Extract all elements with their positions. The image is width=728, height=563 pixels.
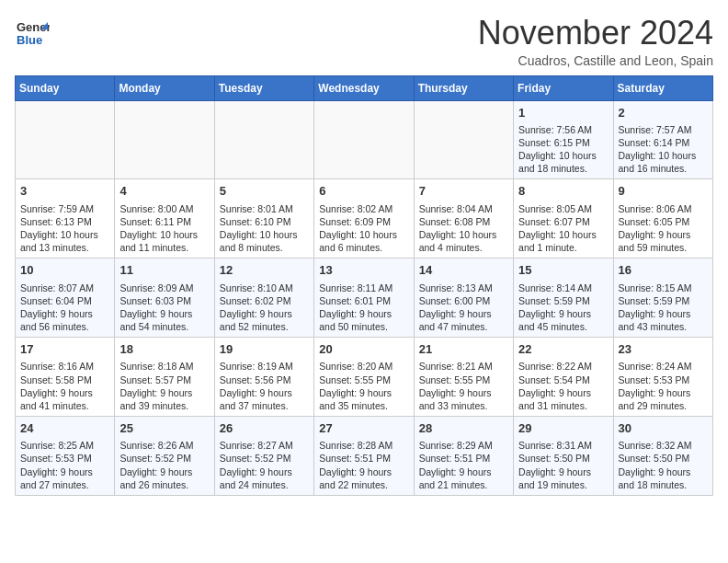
day-number: 27 <box>319 420 408 437</box>
page-header: General Blue November 2024 Cuadros, Cast… <box>15 15 713 68</box>
day-info: Sunrise: 8:27 AM <box>220 439 309 452</box>
day-info: Daylight: 9 hours and 56 minutes. <box>20 307 109 333</box>
day-info: Daylight: 9 hours and 31 minutes. <box>518 386 608 412</box>
day-cell: 20Sunrise: 8:20 AMSunset: 5:55 PMDayligh… <box>314 338 414 417</box>
day-header-tuesday: Tuesday <box>214 75 313 100</box>
day-info: Sunset: 6:05 PM <box>619 215 708 228</box>
day-header-wednesday: Wednesday <box>314 75 414 100</box>
day-header-saturday: Saturday <box>613 75 712 100</box>
day-cell: 4Sunrise: 8:00 AMSunset: 6:11 PMDaylight… <box>115 179 214 259</box>
day-cell: 19Sunrise: 8:19 AMSunset: 5:56 PMDayligh… <box>214 338 313 417</box>
day-info: Sunset: 5:59 PM <box>619 294 708 307</box>
day-info: Sunrise: 8:13 AM <box>419 282 508 294</box>
day-info: Sunrise: 8:14 AM <box>518 282 608 294</box>
day-number: 22 <box>518 341 608 358</box>
day-cell: 28Sunrise: 8:29 AMSunset: 5:51 PMDayligh… <box>414 417 513 496</box>
day-cell <box>214 100 313 179</box>
day-number: 12 <box>220 262 309 279</box>
day-info: Daylight: 9 hours and 39 minutes. <box>119 386 209 412</box>
day-header-friday: Friday <box>514 75 613 100</box>
day-cell: 16Sunrise: 8:15 AMSunset: 5:59 PMDayligh… <box>613 259 712 338</box>
day-header-monday: Monday <box>115 75 214 100</box>
day-info: Daylight: 9 hours and 45 minutes. <box>518 307 608 333</box>
day-info: Daylight: 10 hours and 6 minutes. <box>319 228 408 254</box>
day-info: Sunrise: 8:26 AM <box>119 439 209 452</box>
month-title: November 2024 <box>478 15 713 52</box>
day-info: Sunrise: 8:18 AM <box>119 360 209 373</box>
day-info: Sunrise: 8:31 AM <box>518 439 608 452</box>
day-info: Daylight: 9 hours and 27 minutes. <box>20 465 109 491</box>
day-number: 5 <box>220 183 309 200</box>
day-cell: 8Sunrise: 8:05 AMSunset: 6:07 PMDaylight… <box>514 179 613 259</box>
day-info: Daylight: 9 hours and 43 minutes. <box>619 307 708 333</box>
day-cell: 18Sunrise: 8:18 AMSunset: 5:57 PMDayligh… <box>115 338 214 417</box>
day-info: Sunrise: 8:21 AM <box>419 360 508 373</box>
day-cell: 13Sunrise: 8:11 AMSunset: 6:01 PMDayligh… <box>314 259 414 338</box>
day-info: Sunset: 6:00 PM <box>419 294 508 307</box>
day-info: Sunset: 6:10 PM <box>220 215 309 228</box>
day-info: Sunset: 5:57 PM <box>119 373 209 386</box>
day-info: Daylight: 10 hours and 18 minutes. <box>518 149 608 175</box>
day-info: Sunset: 6:04 PM <box>20 294 109 307</box>
week-row-2: 3Sunrise: 7:59 AMSunset: 6:13 PMDaylight… <box>16 179 713 259</box>
day-number: 3 <box>20 183 109 200</box>
logo: General Blue <box>15 15 50 50</box>
day-info: Daylight: 10 hours and 13 minutes. <box>20 228 109 254</box>
day-info: Sunset: 5:55 PM <box>319 373 408 386</box>
day-info: Sunrise: 8:24 AM <box>619 360 708 373</box>
day-number: 4 <box>119 183 209 200</box>
week-row-5: 24Sunrise: 8:25 AMSunset: 5:53 PMDayligh… <box>16 417 713 496</box>
day-info: Sunrise: 8:20 AM <box>319 360 408 373</box>
day-info: Daylight: 9 hours and 50 minutes. <box>319 307 408 333</box>
day-number: 17 <box>20 341 109 358</box>
day-number: 20 <box>319 341 408 358</box>
day-cell: 27Sunrise: 8:28 AMSunset: 5:51 PMDayligh… <box>314 417 414 496</box>
logo-icon: General Blue <box>15 15 50 50</box>
svg-text:Blue: Blue <box>17 33 42 47</box>
day-cell: 2Sunrise: 7:57 AMSunset: 6:14 PMDaylight… <box>613 100 712 179</box>
day-info: Sunrise: 8:15 AM <box>619 282 708 294</box>
day-number: 9 <box>619 183 708 200</box>
day-info: Sunrise: 8:29 AM <box>419 439 508 452</box>
day-info: Sunset: 5:51 PM <box>319 452 408 465</box>
day-info: Sunset: 5:50 PM <box>619 452 708 465</box>
day-info: Sunrise: 7:56 AM <box>518 123 608 136</box>
day-cell: 24Sunrise: 8:25 AMSunset: 5:53 PMDayligh… <box>16 417 115 496</box>
day-info: Sunset: 5:53 PM <box>20 452 109 465</box>
day-number: 21 <box>419 341 508 358</box>
day-cell: 12Sunrise: 8:10 AMSunset: 6:02 PMDayligh… <box>214 259 313 338</box>
day-info: Sunrise: 8:01 AM <box>220 202 309 215</box>
day-cell: 29Sunrise: 8:31 AMSunset: 5:50 PMDayligh… <box>514 417 613 496</box>
day-cell <box>414 100 513 179</box>
day-number: 2 <box>619 105 708 121</box>
day-info: Sunset: 6:02 PM <box>220 294 309 307</box>
day-info: Sunrise: 8:05 AM <box>518 202 608 215</box>
day-info: Sunset: 6:08 PM <box>419 215 508 228</box>
week-row-1: 1Sunrise: 7:56 AMSunset: 6:15 PMDaylight… <box>16 100 713 179</box>
day-info: Sunset: 5:59 PM <box>518 294 608 307</box>
day-info: Sunrise: 8:19 AM <box>220 360 309 373</box>
day-info: Daylight: 9 hours and 54 minutes. <box>119 307 209 333</box>
day-number: 16 <box>619 262 708 279</box>
day-number: 19 <box>220 341 309 358</box>
week-row-3: 10Sunrise: 8:07 AMSunset: 6:04 PMDayligh… <box>16 259 713 338</box>
day-info: Daylight: 9 hours and 37 minutes. <box>220 386 309 412</box>
day-info: Sunset: 5:58 PM <box>20 373 109 386</box>
day-cell: 14Sunrise: 8:13 AMSunset: 6:00 PMDayligh… <box>414 259 513 338</box>
day-header-thursday: Thursday <box>414 75 513 100</box>
day-info: Sunrise: 8:07 AM <box>20 282 109 294</box>
day-info: Sunset: 5:51 PM <box>419 452 508 465</box>
day-cell <box>314 100 414 179</box>
day-info: Sunset: 6:01 PM <box>319 294 408 307</box>
day-info: Daylight: 10 hours and 1 minute. <box>518 228 608 254</box>
day-info: Daylight: 9 hours and 29 minutes. <box>619 386 708 412</box>
day-info: Daylight: 9 hours and 21 minutes. <box>419 465 508 491</box>
title-area: November 2024 Cuadros, Castille and Leon… <box>478 15 713 68</box>
day-info: Sunrise: 8:02 AM <box>319 202 408 215</box>
day-cell: 10Sunrise: 8:07 AMSunset: 6:04 PMDayligh… <box>16 259 115 338</box>
day-info: Sunset: 5:55 PM <box>419 373 508 386</box>
day-cell: 1Sunrise: 7:56 AMSunset: 6:15 PMDaylight… <box>514 100 613 179</box>
day-info: Sunrise: 7:59 AM <box>20 202 109 215</box>
day-info: Sunset: 5:52 PM <box>220 452 309 465</box>
day-info: Sunset: 6:09 PM <box>319 215 408 228</box>
